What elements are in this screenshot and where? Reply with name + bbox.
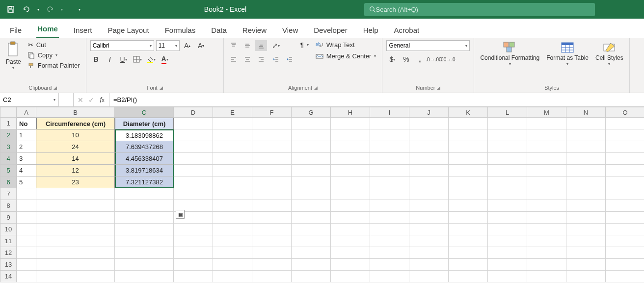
cell-styles-button[interactable]: Cell Styles▾ (593, 40, 625, 68)
cell[interactable] (488, 141, 527, 153)
col-header[interactable]: O (606, 107, 644, 118)
cell[interactable] (606, 165, 644, 176)
cell[interactable] (36, 235, 115, 247)
cell[interactable] (331, 165, 370, 176)
cell[interactable] (566, 200, 606, 212)
cell[interactable] (409, 235, 449, 247)
cell[interactable] (527, 141, 566, 153)
enter-icon[interactable]: ✓ (86, 95, 96, 105)
font-size-combo[interactable]: 11▾ (156, 40, 180, 51)
tab-file[interactable]: File (9, 21, 23, 38)
cell[interactable] (566, 118, 606, 129)
cell[interactable] (606, 259, 644, 271)
cell[interactable] (449, 153, 488, 165)
row-header[interactable]: 10 (0, 224, 17, 235)
cell[interactable] (527, 153, 566, 165)
cell[interactable] (527, 224, 566, 235)
cell[interactable] (213, 247, 252, 259)
row-header[interactable]: 9 (0, 212, 17, 224)
undo-icon[interactable] (22, 4, 31, 14)
cell[interactable]: 7.639437268 (115, 141, 174, 153)
align-bottom-button[interactable] (255, 40, 267, 51)
cell[interactable] (409, 224, 449, 235)
cell[interactable] (409, 165, 449, 176)
tab-acrobat[interactable]: Acrobat (393, 21, 421, 38)
cell[interactable] (17, 188, 36, 200)
cell[interactable] (566, 176, 606, 188)
row-header[interactable]: 12 (0, 247, 17, 259)
align-left-button[interactable] (228, 54, 240, 65)
cell[interactable] (370, 271, 409, 282)
cell[interactable]: 5 (17, 176, 36, 188)
cell[interactable] (331, 200, 370, 212)
col-header[interactable]: C (115, 107, 174, 118)
cell[interactable] (115, 188, 174, 200)
cell[interactable] (409, 188, 449, 200)
cell[interactable] (488, 118, 527, 129)
undo-dropdown-icon[interactable]: ▾ (37, 7, 39, 12)
col-header[interactable]: E (213, 107, 252, 118)
tab-home[interactable]: Home (36, 20, 59, 38)
tab-developer[interactable]: Developer (313, 21, 348, 38)
cell[interactable] (370, 224, 409, 235)
cell[interactable] (370, 247, 409, 259)
cell[interactable] (174, 129, 213, 141)
conditional-formatting-button[interactable]: Conditional Formatting▾ (478, 40, 541, 68)
col-header[interactable]: F (252, 107, 292, 118)
cell[interactable] (566, 224, 606, 235)
format-painter-button[interactable]: Format Painter (26, 61, 82, 70)
cell[interactable] (488, 235, 527, 247)
cell[interactable] (213, 212, 252, 224)
row-header[interactable]: 13 (0, 259, 17, 271)
cell[interactable] (409, 129, 449, 141)
cell[interactable] (252, 212, 292, 224)
cell[interactable] (213, 165, 252, 176)
cell[interactable] (606, 247, 644, 259)
bold-button[interactable]: B (90, 54, 102, 65)
cell[interactable]: 2 (17, 141, 36, 153)
cell[interactable] (36, 224, 115, 235)
redo-dropdown-icon[interactable]: ▾ (61, 7, 63, 12)
cell[interactable] (527, 176, 566, 188)
cell[interactable] (174, 153, 213, 165)
cell[interactable] (174, 259, 213, 271)
cell[interactable] (115, 247, 174, 259)
cell[interactable] (17, 271, 36, 282)
cell[interactable] (527, 271, 566, 282)
fill-color-button[interactable]: ▾ (145, 54, 157, 65)
cell[interactable] (331, 224, 370, 235)
cell[interactable] (331, 129, 370, 141)
cell-active[interactable]: 3.183098862 (115, 129, 174, 141)
cell[interactable] (449, 271, 488, 282)
dialog-launcher-icon[interactable]: ◢ (314, 85, 318, 90)
increase-indent-button[interactable] (284, 54, 295, 65)
cell[interactable] (213, 271, 252, 282)
cell[interactable] (527, 165, 566, 176)
cell[interactable] (292, 235, 331, 247)
cell[interactable] (370, 141, 409, 153)
font-color-button[interactable]: A▾ (159, 54, 171, 65)
cell[interactable]: 10 (36, 129, 115, 141)
save-icon[interactable] (6, 4, 16, 14)
cell[interactable] (331, 153, 370, 165)
cell[interactable] (36, 247, 115, 259)
cell[interactable] (566, 188, 606, 200)
font-name-combo[interactable]: Calibri▾ (90, 40, 154, 51)
rtl-button[interactable]: ¶▾ (298, 40, 311, 50)
cell[interactable] (292, 129, 331, 141)
cell[interactable] (488, 200, 527, 212)
cell[interactable] (36, 212, 115, 224)
cell[interactable]: 4.456338407 (115, 153, 174, 165)
cell[interactable] (17, 259, 36, 271)
underline-button[interactable]: U▾ (118, 54, 130, 65)
cell[interactable] (252, 247, 292, 259)
cell[interactable] (331, 259, 370, 271)
cell[interactable] (17, 247, 36, 259)
cell[interactable] (449, 141, 488, 153)
cell[interactable] (36, 200, 115, 212)
cell[interactable]: 4 (17, 165, 36, 176)
fx-icon[interactable]: fx (97, 95, 107, 105)
cancel-icon[interactable]: ✕ (76, 95, 85, 105)
cell[interactable]: 24 (36, 141, 115, 153)
cell[interactable] (292, 118, 331, 129)
